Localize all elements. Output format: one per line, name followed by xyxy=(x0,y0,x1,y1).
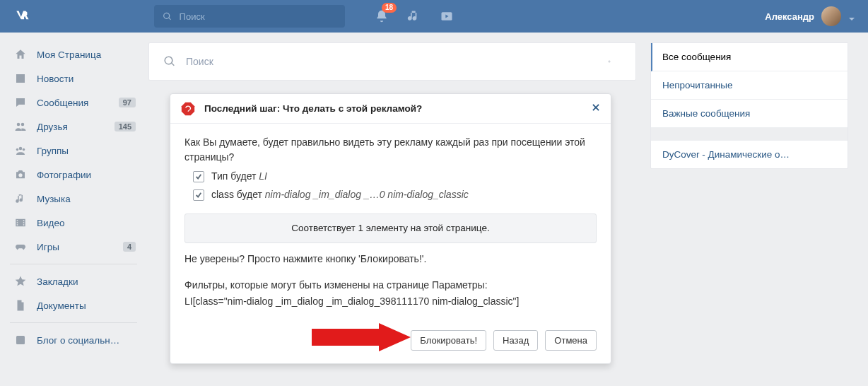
svg-point-3 xyxy=(23,148,25,151)
checkbox-type[interactable]: Тип будет LI xyxy=(193,169,597,184)
friends-icon xyxy=(13,119,28,134)
nav-groups[interactable]: Группы xyxy=(10,139,148,163)
svg-point-1 xyxy=(19,147,23,151)
nav-messages[interactable]: Сообщения97 xyxy=(10,90,148,115)
nav-bookmarks[interactable]: Закладки xyxy=(10,269,148,293)
nav-music[interactable]: Музыка xyxy=(10,187,148,211)
checkbox-icon xyxy=(193,171,204,182)
svg-point-2 xyxy=(16,148,18,151)
svg-marker-6 xyxy=(182,102,194,115)
dialog-title: Последний шаг: Что делать с этой рекламо… xyxy=(204,103,422,114)
star-icon xyxy=(13,274,28,289)
chat-icon xyxy=(13,95,28,110)
nav-news[interactable]: Новости xyxy=(10,66,148,90)
nav-blog[interactable]: Блог о социальн… xyxy=(10,328,148,352)
messages-badge: 97 xyxy=(119,98,136,107)
back-button[interactable]: Назад xyxy=(493,330,538,351)
nav-friends[interactable]: Друзья145 xyxy=(10,115,148,139)
dialog-header: Последний шаг: Что делать с этой рекламо… xyxy=(170,94,611,124)
nav-docs[interactable]: Документы xyxy=(10,293,148,317)
search-icon xyxy=(163,55,176,68)
nav-separator-2 xyxy=(10,322,137,323)
games-badge: 4 xyxy=(123,242,136,252)
top-search[interactable] xyxy=(154,5,345,28)
main-column: Последний шаг: Что делать с этой рекламо… xyxy=(148,42,636,364)
gamepad-icon xyxy=(13,239,28,255)
notif-badge: 18 xyxy=(382,3,397,13)
svg-marker-7 xyxy=(312,323,411,351)
nav-separator xyxy=(10,264,137,264)
music-icon[interactable] xyxy=(406,8,423,25)
filters-value: LI[class="nim-dialog _im_dialog _im_dial… xyxy=(184,294,597,309)
user-name: Александр xyxy=(765,11,814,22)
bell-icon[interactable]: 18 xyxy=(373,8,390,25)
pointer-arrow-icon xyxy=(312,323,411,363)
block-button[interactable]: Блокировать! xyxy=(411,330,486,351)
topbar: 18 Александр xyxy=(0,0,868,33)
checkbox-class[interactable]: class будет nim-dialog _im_dialog _…0 ni… xyxy=(193,187,597,202)
avatar xyxy=(821,6,841,26)
rc-separator xyxy=(651,128,848,141)
groups-icon xyxy=(13,143,28,158)
nav-videos[interactable]: Видео xyxy=(10,211,148,235)
left-nav: Моя Страница Новости Сообщения97 Друзья1… xyxy=(0,42,148,364)
unsure-text: Не уверены? Просто нажмите кнопку 'Блоки… xyxy=(184,252,597,267)
film-icon xyxy=(13,215,28,230)
camera-icon xyxy=(13,167,28,182)
home-icon xyxy=(13,47,28,62)
plus-icon[interactable] xyxy=(607,54,621,69)
dialog-buttons: Блокировать! Назад Отмена xyxy=(170,323,611,363)
filter-all[interactable]: Все сообщения xyxy=(651,43,848,71)
videos-play-icon[interactable] xyxy=(438,8,455,25)
square-icon xyxy=(13,332,28,348)
nav-my-page[interactable]: Моя Страница xyxy=(10,42,148,66)
match-count-bar: Соответствует 1 элементу на этой страниц… xyxy=(184,214,597,243)
nav-photos[interactable]: Фотографии xyxy=(10,163,148,187)
stop-icon xyxy=(180,101,196,117)
top-search-input[interactable] xyxy=(180,11,336,22)
cancel-button[interactable]: Отмена xyxy=(545,330,597,351)
message-search-card xyxy=(148,42,636,81)
svg-rect-5 xyxy=(16,336,25,344)
chevron-down-icon xyxy=(848,13,855,20)
adblock-dialog: Последний шаг: Что делать с этой рекламо… xyxy=(170,93,611,364)
messages-filter-card: Все сообщения Непрочитанные Важные сообщ… xyxy=(650,42,848,169)
friends-badge: 145 xyxy=(115,122,136,131)
message-search-input[interactable] xyxy=(186,56,607,67)
dialog-body: Как Вы думаете, будет правильно видеть э… xyxy=(170,124,611,323)
filter-dycover[interactable]: DyCover - Динамические о… xyxy=(651,141,848,168)
search-icon xyxy=(163,11,172,22)
note-icon xyxy=(13,191,28,206)
doc-icon xyxy=(13,298,28,313)
current-user[interactable]: Александр xyxy=(765,6,855,26)
filter-important[interactable]: Важные сообщения xyxy=(651,100,848,128)
dialog-question: Как Вы думаете, будет правильно видеть э… xyxy=(184,135,597,165)
news-icon xyxy=(13,71,28,86)
filter-unread[interactable]: Непрочитанные xyxy=(651,71,848,100)
nav-games[interactable]: Игры4 xyxy=(10,235,148,259)
close-icon[interactable] xyxy=(591,103,601,115)
filters-label: Фильтры, которые могут быть изменены на … xyxy=(184,278,597,293)
svg-point-4 xyxy=(18,173,22,177)
checkbox-icon xyxy=(193,189,204,201)
right-column: Все сообщения Непрочитанные Важные сообщ… xyxy=(650,42,848,364)
top-icons: 18 xyxy=(373,8,455,25)
vk-logo-icon[interactable] xyxy=(13,6,34,27)
